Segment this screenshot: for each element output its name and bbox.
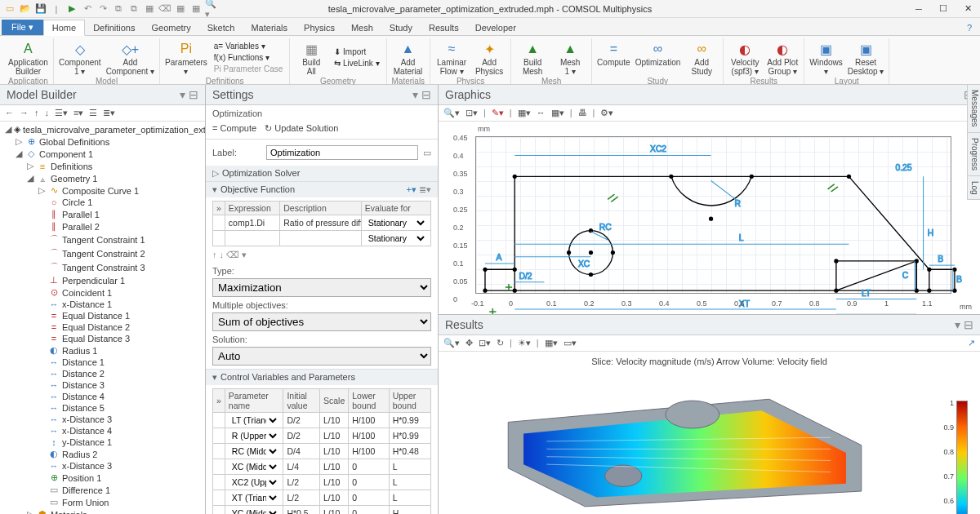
qat-grid2-icon[interactable]: ▦ xyxy=(189,2,203,16)
add-plot-button[interactable]: ◐Add PlotGroup ▾ xyxy=(766,38,799,76)
type-select[interactable]: Maximization xyxy=(212,278,431,297)
laminar-flow-button[interactable]: ≈LaminarFlow ▾ xyxy=(435,38,468,76)
section-opt-solver[interactable]: ▷Optimization Solver xyxy=(206,166,438,181)
add-physics-button[interactable]: ✦AddPhysics xyxy=(473,38,506,76)
ctrl-row[interactable]: XC2 (Upper ▾L/2L/100L xyxy=(213,475,431,490)
tab-definitions[interactable]: Definitions xyxy=(85,20,143,35)
r-zoom-icon[interactable]: 🔍▾ xyxy=(442,337,461,349)
obj-row2[interactable]: Stationary xyxy=(213,231,431,246)
minimize-button[interactable]: ─ xyxy=(906,0,931,18)
qat-open-icon[interactable]: 📂 xyxy=(19,2,32,16)
tree-comp1[interactable]: ◢◇Component 1 xyxy=(3,148,205,160)
sidetab-progress[interactable]: Progress xyxy=(968,133,980,176)
add-material-button[interactable]: ▲AddMaterial xyxy=(392,38,425,76)
tree-d4[interactable]: ↔Distance 4 xyxy=(3,391,205,402)
help-icon[interactable]: ? xyxy=(959,20,980,35)
r-snap-icon[interactable]: ▦▾ xyxy=(543,337,559,349)
r-select-icon[interactable]: ▭▾ xyxy=(562,337,578,349)
ctrl-param-select[interactable]: XC (Middle ▾ xyxy=(229,461,280,472)
label-input[interactable] xyxy=(266,145,418,160)
obj-del-icon[interactable]: ≣▾ xyxy=(419,184,431,194)
mb-show-icon[interactable]: ☰ xyxy=(87,107,99,119)
tree-rad2[interactable]: ◐Radius 2 xyxy=(3,448,205,460)
sol-select[interactable]: Auto xyxy=(212,347,431,366)
tab-physics[interactable]: Physics xyxy=(296,20,343,35)
tree-xd3b[interactable]: ↔x-Distance 3 xyxy=(3,460,205,472)
tab-study[interactable]: Study xyxy=(381,20,421,35)
file-tab[interactable]: File ▾ xyxy=(2,20,43,35)
tab-results[interactable]: Results xyxy=(421,20,467,35)
tree-defs[interactable]: ▷≡Definitions xyxy=(3,160,205,172)
tree-coin1[interactable]: ⊙Coincident 1 xyxy=(3,286,205,299)
tree-eq2[interactable]: =Equal Distance 2 xyxy=(3,321,205,333)
mobj-select[interactable]: Sum of objectives xyxy=(212,312,431,331)
tree-d3[interactable]: ↔Distance 3 xyxy=(3,379,205,391)
g-settings-icon[interactable]: ⚙▾ xyxy=(599,107,615,119)
qat-run-icon[interactable]: ▶ xyxy=(65,2,78,16)
obj-eval-select[interactable]: Stationary xyxy=(365,217,427,228)
qat-img-icon[interactable]: ▦ xyxy=(143,2,156,16)
label-edit-icon[interactable]: ▭ xyxy=(423,148,431,158)
qat-undo-icon[interactable]: ↶ xyxy=(81,2,94,16)
r-light-icon[interactable]: ☀▾ xyxy=(516,337,532,349)
tab-home[interactable]: Home xyxy=(43,20,85,36)
obj-eval2-select[interactable]: Stationary xyxy=(365,233,427,244)
build-mesh-button[interactable]: ▲BuildMesh xyxy=(516,38,549,76)
ctrl-row[interactable]: XC (Middle ▾L/4L/100L xyxy=(213,459,431,475)
g-line-icon[interactable]: ✎▾ xyxy=(490,107,506,119)
section-ctrl-vars[interactable]: ▾Control Variables and Parameters xyxy=(206,370,438,385)
update-solution-link[interactable]: ↻ Update Solution xyxy=(265,123,338,134)
tree-circle1[interactable]: ○Circle 1 xyxy=(3,197,205,208)
param-case-button[interactable]: Pi Parameter Case xyxy=(212,64,284,74)
tree-tan3[interactable]: ⌒Tangent Constraint 3 xyxy=(3,260,205,274)
windows-button[interactable]: ▣Windows▾ xyxy=(809,38,843,76)
ctrl-param-select[interactable]: RC (Middle ▾ xyxy=(229,445,280,457)
tab-mesh[interactable]: Mesh xyxy=(343,20,381,35)
import-button[interactable]: ⬇ Import xyxy=(332,47,381,57)
tree-diff1[interactable]: ▭Difference 1 xyxy=(3,484,205,496)
qat-new-icon[interactable]: ▭ xyxy=(3,2,16,16)
ctrl-param-select[interactable]: XT (Triangl ▾ xyxy=(229,492,280,503)
qat-copy-icon[interactable]: ⧉ xyxy=(112,2,125,16)
qat-redo-icon[interactable]: ↷ xyxy=(96,2,109,16)
optimization-button[interactable]: ∞Optimization xyxy=(635,38,681,76)
tree-compcurve[interactable]: ▷∿Composite Curve 1 xyxy=(3,184,205,197)
mb-back-icon[interactable]: ← xyxy=(3,107,16,119)
velocity-button[interactable]: ◐Velocity(spf3) ▾ xyxy=(728,38,761,76)
g-measure-icon[interactable]: ↔ xyxy=(535,107,547,119)
tab-materials[interactable]: Materials xyxy=(243,20,296,35)
livelink-button[interactable]: ⇆ LiveLink ▾ xyxy=(332,58,381,69)
tree-global-def[interactable]: ▷⊕Global Definitions xyxy=(3,135,205,148)
ctrl-param-select[interactable]: YC (Middle ▾ xyxy=(229,507,280,514)
g-extent-icon[interactable]: ⊡▾ xyxy=(464,107,479,119)
qat-paste-icon[interactable]: ⧉ xyxy=(127,2,140,16)
app-builder-button[interactable]: AApplicationBuilder xyxy=(8,38,48,76)
tree-yd1[interactable]: ↕y-Distance 1 xyxy=(3,436,205,448)
tree-materials[interactable]: ▷⬢Materials xyxy=(3,508,205,514)
tree-d5[interactable]: ↔Distance 5 xyxy=(3,402,205,414)
ctrl-param-select[interactable]: LT (Triangle ▾ xyxy=(229,414,280,426)
close-button[interactable]: ✕ xyxy=(956,0,980,18)
functions-button[interactable]: f(x) Functions ▾ xyxy=(212,52,284,63)
maximize-button[interactable]: ☐ xyxy=(931,0,956,18)
tree-xd4[interactable]: ↔x-Distance 4 xyxy=(3,425,205,436)
tree-pos1[interactable]: ⊕Position 1 xyxy=(3,472,205,484)
qat-save-icon[interactable]: 💾 xyxy=(34,2,47,16)
compute-link[interactable]: = Compute xyxy=(212,123,256,134)
ctrl-row[interactable]: R (Upper ha ▾D/2L/10H/100H*0.99 xyxy=(213,428,431,444)
ctrl-row[interactable]: XT (Triangl ▾L/2L/100L xyxy=(213,490,431,506)
component-button[interactable]: ◇Component1 ▾ xyxy=(59,38,101,76)
qat-del-icon[interactable]: ⌫ xyxy=(158,2,172,16)
build-all-button[interactable]: ▦BuildAll xyxy=(295,38,327,76)
results-canvas[interactable]: Slice: Velocity magnitude (m/s) Arrow Vo… xyxy=(439,352,980,514)
obj-add-icon[interactable]: +▾ xyxy=(407,184,416,194)
tree-xdist1[interactable]: ↔x-Distance 1 xyxy=(3,299,205,310)
obj-row[interactable]: comp1.DiRatio of pressure differencesSta… xyxy=(213,215,431,231)
ctrl-param-select[interactable]: R (Upper ha ▾ xyxy=(229,430,280,441)
tree-geom1[interactable]: ◢⟁Geometry 1 xyxy=(3,172,205,184)
g-print-icon[interactable]: 🖶 xyxy=(577,107,589,119)
tree-tan1[interactable]: ⌒Tangent Constraint 1 xyxy=(3,233,205,246)
tree-par2[interactable]: ∥Parallel 2 xyxy=(3,220,205,233)
r-pan-icon[interactable]: ✥ xyxy=(464,337,474,349)
r-rotate-icon[interactable]: ↻ xyxy=(495,337,506,349)
